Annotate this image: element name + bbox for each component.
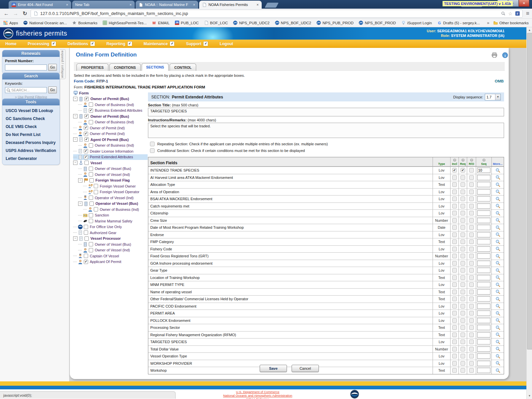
readonly-checkbox[interactable]	[469, 175, 474, 180]
incl-checkbox[interactable]	[452, 225, 457, 230]
incl-checkbox[interactable]	[452, 182, 457, 187]
seq-input[interactable]	[477, 311, 490, 316]
help-icon[interactable]: ?	[470, 158, 473, 162]
seq-input[interactable]	[477, 182, 490, 187]
repeating-section-checkbox[interactable]	[150, 142, 155, 146]
tree-item-checkbox[interactable]	[89, 242, 93, 246]
tree-item-label[interactable]: Authorized Gear	[90, 231, 116, 235]
nav-item-definitions[interactable]: Definitions✓	[67, 41, 95, 46]
tree-item-checkbox[interactable]	[84, 161, 89, 165]
tool-link[interactable]: Do Not Permit List	[4, 131, 58, 139]
bookmark-item[interactable]: NPS_BOF_UDC2	[275, 21, 311, 25]
tree-item-label[interactable]: Owner of Permit (Bus)	[90, 97, 129, 101]
bookmark-item[interactable]: BOF_LOC	[204, 21, 228, 25]
window-close-button[interactable]: ✕	[519, 0, 529, 7]
incl-checkbox[interactable]	[452, 332, 457, 337]
conditional-section-checkbox[interactable]	[150, 148, 155, 153]
nav-dropdown-icon[interactable]: ✓	[203, 41, 208, 46]
tree-item-label[interactable]: Owner of Business (Ind)	[95, 143, 134, 147]
nav-item-home[interactable]: Home	[5, 42, 16, 46]
readonly-checkbox[interactable]	[469, 268, 474, 273]
req-checkbox[interactable]	[461, 211, 465, 215]
field-details-magnifier-icon[interactable]	[495, 225, 500, 230]
incl-checkbox[interactable]	[452, 290, 457, 294]
readonly-checkbox[interactable]	[469, 354, 474, 358]
bookmarks-overflow-chevron[interactable]: »	[487, 20, 489, 25]
req-checkbox[interactable]	[461, 332, 465, 337]
readonly-checkbox[interactable]	[469, 204, 474, 208]
field-details-magnifier-icon[interactable]	[495, 325, 500, 330]
tree-item-label[interactable]: Owner of Vessel (Ind)	[95, 248, 130, 252]
req-checkbox[interactable]	[461, 354, 465, 358]
tab-close-icon[interactable]: ×	[130, 3, 132, 7]
field-details-magnifier-icon[interactable]	[495, 168, 500, 173]
tree-item-label[interactable]: Permit Extended Attributes	[90, 155, 133, 159]
nav-dropdown-icon[interactable]: ✓	[90, 41, 95, 46]
seq-input[interactable]	[477, 261, 490, 266]
display-sequence-select[interactable]: 1.7 ▼	[485, 94, 501, 100]
tree-item-checkbox[interactable]	[94, 207, 98, 211]
permit-number-input[interactable]	[5, 65, 47, 70]
tree-item[interactable]: −Vessel	[73, 160, 148, 166]
tree-item-label[interactable]: Owner of Business (Ind)	[95, 120, 134, 124]
url-text[interactable]: 127.0.0.1:7101/NPS_BOF/bof_form_def/nps_…	[40, 11, 188, 16]
tree-item-checkbox[interactable]: ✓	[84, 260, 88, 264]
readonly-checkbox[interactable]	[469, 182, 474, 187]
tab-close-icon[interactable]: ×	[193, 3, 195, 7]
incl-checkbox[interactable]	[452, 190, 457, 194]
field-details-magnifier-icon[interactable]	[495, 289, 500, 294]
incl-checkbox[interactable]	[452, 254, 457, 258]
req-checkbox[interactable]	[461, 218, 465, 223]
seq-input[interactable]	[477, 296, 490, 302]
tab-close-icon[interactable]: ×	[257, 3, 259, 7]
bookmark-item[interactable]: Apps	[3, 21, 18, 25]
nav-item-maintenance[interactable]: Maintenance✓	[144, 41, 175, 46]
incl-checkbox[interactable]: ✓	[452, 168, 457, 173]
seq-input[interactable]	[477, 353, 490, 359]
tree-item[interactable]: −✓Agent Of Permit (Bus)	[73, 137, 148, 143]
nav-item-logout[interactable]: Logout	[219, 42, 233, 46]
readonly-checkbox[interactable]	[469, 218, 474, 223]
field-details-magnifier-icon[interactable]	[495, 197, 500, 201]
readonly-checkbox[interactable]	[469, 232, 474, 237]
readonly-checkbox[interactable]	[469, 275, 474, 280]
tree-item-label[interactable]: Owner of Permit (Ind)	[90, 132, 125, 136]
readonly-checkbox[interactable]	[469, 318, 474, 323]
req-checkbox[interactable]	[461, 239, 465, 244]
req-checkbox[interactable]	[461, 297, 465, 301]
tool-link[interactable]: OLE VMS Check	[4, 123, 58, 131]
req-checkbox[interactable]	[461, 225, 465, 230]
seq-input[interactable]	[477, 282, 490, 287]
new-tab-button[interactable]	[265, 3, 279, 8]
readonly-checkbox[interactable]	[469, 347, 474, 351]
tree-item-label[interactable]: Foreign Vessel Owner	[100, 184, 136, 188]
tree-item[interactable]: ✓Owner of Permit (Ind)	[73, 131, 148, 137]
req-checkbox[interactable]	[461, 318, 465, 323]
incl-checkbox[interactable]	[452, 325, 457, 330]
req-checkbox[interactable]	[461, 304, 465, 309]
nav-dropdown-icon[interactable]: ✓	[127, 41, 132, 46]
browser-tab[interactable]: NOAA Fisheries Permits×	[199, 1, 262, 9]
seq-input[interactable]	[477, 253, 490, 259]
print-icon[interactable]	[491, 52, 497, 60]
tree-item-label[interactable]: Sanction	[95, 213, 109, 217]
incl-checkbox[interactable]	[452, 354, 457, 358]
address-bar[interactable]: 127.0.0.1:7101/NPS_BOF/bof_form_def/nps_…	[31, 10, 523, 18]
tool-link[interactable]: Letter Generator	[4, 155, 58, 163]
readonly-checkbox[interactable]	[469, 254, 474, 258]
tree-item[interactable]: Owner of Business (Ind)	[73, 102, 148, 108]
tree-collapse-icon[interactable]: −	[73, 114, 77, 118]
search-input[interactable]: SEARCH...	[5, 87, 47, 93]
req-checkbox[interactable]	[461, 339, 465, 344]
seq-input[interactable]	[477, 225, 490, 230]
footer-link[interactable]: U.S. Department of Commerce	[186, 390, 329, 394]
nav-dropdown-icon[interactable]: ✓	[170, 41, 175, 46]
field-details-magnifier-icon[interactable]	[495, 254, 500, 259]
browser-tab[interactable]: New Tab×	[72, 1, 135, 9]
seq-input[interactable]	[477, 332, 490, 337]
tree-item-checkbox[interactable]	[94, 184, 98, 188]
incl-checkbox[interactable]	[452, 197, 457, 201]
field-details-magnifier-icon[interactable]	[495, 182, 500, 187]
field-details-magnifier-icon[interactable]	[495, 175, 500, 180]
readonly-checkbox[interactable]	[469, 225, 474, 230]
